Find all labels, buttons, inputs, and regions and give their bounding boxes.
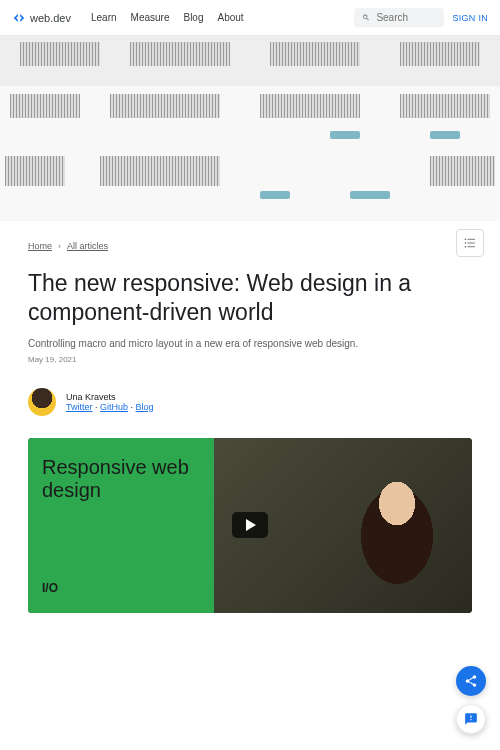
site-header: web.dev Learn Measure Blog About SIGN IN [0,0,500,36]
svg-rect-5 [468,246,476,247]
svg-point-2 [465,242,467,244]
nav-measure[interactable]: Measure [131,12,170,23]
video-embed[interactable]: Responsive web design I/O [28,438,472,613]
nav-learn[interactable]: Learn [91,12,117,23]
nav-about[interactable]: About [217,12,243,23]
search-box[interactable] [354,8,444,27]
author-blog-link[interactable]: Blog [136,402,154,412]
play-button[interactable] [232,512,268,538]
breadcrumb-home[interactable]: Home [28,241,52,251]
svg-point-4 [465,246,467,248]
author-links: Twitter · GitHub · Blog [66,402,154,412]
io-badge: I/O [42,581,200,595]
video-title: Responsive web design [42,456,200,502]
svg-rect-3 [468,243,476,244]
webdev-logo-icon [12,11,26,25]
breadcrumb: Home › All articles [28,241,472,251]
page-subtitle: Controlling macro and micro layout in a … [28,337,472,351]
signin-button[interactable]: SIGN IN [452,13,488,23]
chevron-right-icon: › [58,241,61,251]
search-icon [362,12,370,23]
hero-image [0,36,500,221]
video-title-panel: Responsive web design I/O [28,438,214,613]
search-input[interactable] [376,12,436,23]
author-github-link[interactable]: GitHub [100,402,128,412]
publish-date: May 19, 2021 [28,355,472,364]
author-name: Una Kravets [66,392,154,402]
author-block: Una Kravets Twitter · GitHub · Blog [28,388,472,416]
article-content: Home › All articles The new responsive: … [0,221,500,633]
nav-blog[interactable]: Blog [183,12,203,23]
svg-point-0 [465,238,467,240]
author-twitter-link[interactable]: Twitter [66,402,93,412]
logo[interactable]: web.dev [12,11,71,25]
primary-nav: Learn Measure Blog About [91,12,244,23]
toc-button[interactable] [456,229,484,257]
page-title: The new responsive: Web design in a comp… [28,269,472,327]
breadcrumb-all-articles[interactable]: All articles [67,241,108,251]
author-avatar[interactable] [28,388,56,416]
svg-rect-1 [468,239,476,240]
logo-text: web.dev [30,12,71,24]
toc-icon [464,238,476,248]
